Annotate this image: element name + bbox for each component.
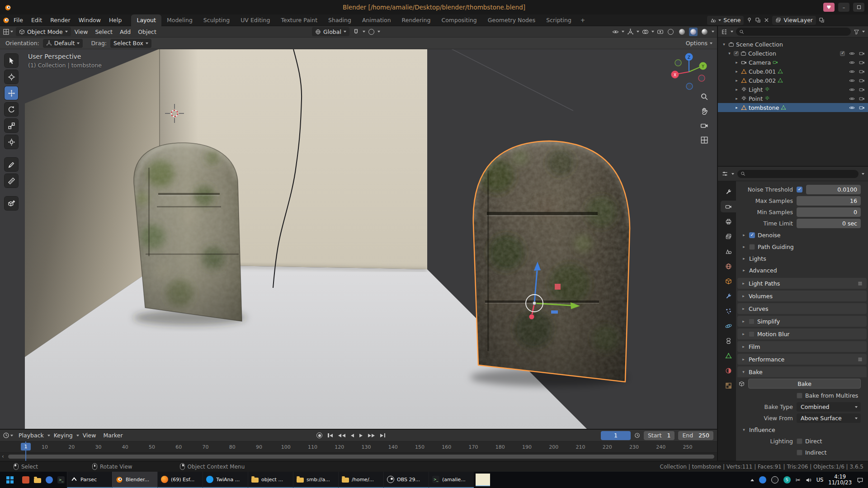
tab-texture-paint[interactable]: Texture Paint [275,14,323,26]
bake-button[interactable]: Bake [748,379,861,389]
hide-eye-icon[interactable] [849,96,855,102]
axis-y-label[interactable]: Y [701,64,704,69]
panel-curves[interactable]: ▸ Curves [737,303,867,314]
collection-checkbox[interactable] [734,51,739,56]
tool-annotate[interactable] [5,158,18,171]
drag-setting-dropdown[interactable]: Select Box [110,39,151,48]
menu-add[interactable]: Add [116,26,134,38]
panel-motion-blur[interactable]: ▸ Motion Blur [737,328,867,339]
hide-eye-icon[interactable] [849,60,855,66]
show-overlays-icon[interactable] [642,28,649,35]
taskbar-clock[interactable]: 4:19 11/10/23 [828,474,852,486]
options-dropdown[interactable]: Options [686,40,712,47]
camera-view-icon[interactable] [700,122,708,130]
chevron-down-icon[interactable] [622,31,624,33]
filter-icon[interactable] [854,29,859,35]
tray-blue-app-icon[interactable] [759,476,766,483]
tab-sculpting[interactable]: Sculpting [198,14,235,26]
menu-help[interactable]: Help [105,14,126,26]
toggle-ortho-icon[interactable] [700,136,708,144]
tab-object-data-properties[interactable] [721,350,736,361]
volume-icon[interactable] [806,477,811,483]
tab-animation[interactable]: Animation [357,14,396,26]
tab-render-properties[interactable] [721,201,736,212]
jump-to-start-button[interactable] [328,433,333,437]
tab-texture-properties[interactable] [721,380,736,391]
timeline-ruler[interactable]: 1020304050607080901001101201301401501601… [0,441,717,453]
outliner-row-light[interactable]: ▸ Light [718,85,868,94]
tool-rotate[interactable] [5,103,18,116]
outliner-row-cube-002[interactable]: ▸ Cube.002 [718,76,868,85]
motion-blur-checkbox[interactable] [749,331,755,337]
render-visibility-icon[interactable] [859,60,865,66]
render-visibility-icon[interactable] [859,51,865,56]
tab-compositing[interactable]: Compositing [436,14,482,26]
render-visibility-icon[interactable] [859,96,865,102]
render-visibility-icon[interactable] [859,69,865,75]
pinned-app-icon[interactable] [32,472,43,488]
new-viewlayer-icon[interactable] [819,17,825,23]
panel-simplify[interactable]: ▸ Simplify [737,316,867,327]
time-limit-value[interactable]: 0 sec [797,219,861,228]
shading-rendered[interactable] [700,28,709,36]
outliner-search[interactable] [736,28,851,36]
tab-viewlayer-properties[interactable] [721,230,736,242]
timeline-scrollbar[interactable]: ‹ [0,453,717,461]
tab-tool-properties[interactable] [721,186,736,197]
direct-option[interactable]: Direct [797,438,822,445]
hide-eye-icon[interactable] [849,87,855,93]
shading-options-chevron-icon[interactable] [712,31,714,33]
tab-modifier-properties[interactable] [721,290,736,302]
editor-type-icon[interactable] [3,28,9,35]
new-scene-icon[interactable] [755,17,761,23]
tab-geometry-nodes[interactable]: Geometry Nodes [482,14,541,26]
pinned-app-icon[interactable]: >_ [55,472,67,488]
chevron-down-icon[interactable] [731,173,734,175]
tab-constraint-properties[interactable] [721,335,736,347]
object-visibility-icon[interactable] [612,28,619,35]
menu-select[interactable]: Select [91,26,116,38]
toggle-xray-icon[interactable] [657,28,664,35]
chevron-down-icon[interactable] [862,173,864,175]
taskbar-app-twiana[interactable]: TwiAna ... [203,472,248,488]
tab-output-properties[interactable] [721,216,736,227]
start-button[interactable] [0,472,20,488]
panel-light-paths[interactable]: ▸ Light Paths [737,278,867,289]
outliner-search-input[interactable] [746,28,848,35]
pinned-app-icon[interactable] [20,472,32,488]
taskbar-app-terminal[interactable]: >_ (amalie... [429,472,474,488]
path-guiding-checkbox[interactable] [749,244,755,250]
panel-bake[interactable]: ▾ Bake [737,366,867,377]
shading-solid[interactable] [678,28,686,36]
tray-expand-icon[interactable] [750,479,754,481]
chevron-down-icon[interactable] [862,31,865,33]
tool-move[interactable] [5,86,18,100]
menu-tl-view[interactable]: View [79,430,100,441]
axis-x-label[interactable]: X [674,73,676,77]
outliner-row-cube-001[interactable]: ▸ Cube.001 [718,67,868,76]
scrollbar-thumb[interactable] [8,455,714,459]
notification-center-icon[interactable] [857,477,863,483]
render-visibility-icon[interactable] [859,105,865,111]
pinned-app-icon[interactable] [43,472,55,488]
expand-icon[interactable]: ▸ [734,87,739,92]
pan-hand-icon[interactable] [700,107,708,115]
play-reverse-button[interactable] [351,434,354,437]
tool-transform[interactable] [5,135,18,149]
unlink-scene-icon[interactable] [764,17,769,23]
menu-keying[interactable]: Keying [50,430,76,441]
orientation-setting-dropdown[interactable]: Default [43,39,83,48]
indirect-checkbox[interactable] [797,450,802,455]
outliner-editor-icon[interactable] [721,28,728,35]
direct-checkbox[interactable] [797,438,802,444]
transform-orientation-dropdown[interactable]: Global [312,27,349,36]
section-lights[interactable]: ▸ Lights [736,253,868,264]
tool-select-box[interactable] [5,54,18,67]
bake-from-multires-checkbox[interactable] [797,393,802,399]
hide-eye-icon[interactable] [849,69,855,75]
expand-icon[interactable]: ▾ [722,42,726,47]
taskbar-app-smb-folder[interactable]: smb://a... [293,472,338,488]
current-frame-field[interactable]: 1 [601,431,631,440]
chevron-down-icon[interactable] [10,435,13,436]
expand-icon[interactable]: ▸ [734,105,739,110]
